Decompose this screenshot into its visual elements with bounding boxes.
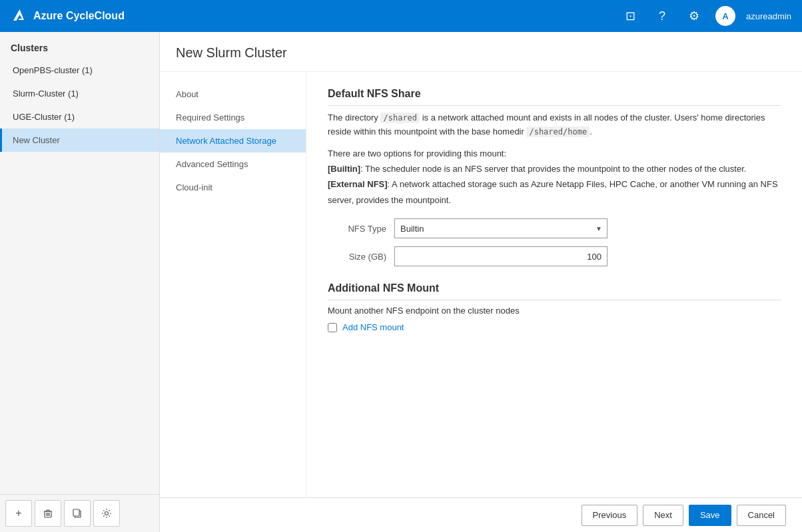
additional-nfs-section-title: Additional NFS Mount — [328, 282, 781, 300]
content-area: New Slurm Cluster About Required Setting… — [160, 32, 802, 532]
cancel-button[interactable]: Cancel — [737, 505, 786, 526]
header-icons: ⊡ ? ⚙ A azureadmin — [619, 5, 791, 27]
sidebar-title: Clusters — [0, 32, 159, 59]
sidebar-item-openpbs[interactable]: OpenPBS-cluster (1) — [0, 59, 159, 82]
content-header: New Slurm Cluster — [160, 32, 802, 72]
nfs-type-row: NFS Type Builtin External NFS ▼ — [328, 218, 781, 238]
add-nfs-mount-label[interactable]: Add NFS mount — [342, 322, 404, 332]
add-cluster-button[interactable]: + — [5, 500, 32, 527]
external-nfs-label: [External NFS] — [328, 179, 388, 189]
nfs-options-description: There are two options for providing this… — [328, 146, 781, 208]
cluster-settings-button[interactable] — [93, 500, 120, 527]
delete-cluster-button[interactable] — [35, 500, 61, 527]
nav-item-network-attached-storage[interactable]: Network Attached Storage — [160, 129, 306, 152]
nfs-type-control: Builtin External NFS ▼ — [394, 218, 634, 238]
help-icon[interactable]: ? — [651, 5, 673, 27]
left-nav: About Required Settings Network Attached… — [160, 72, 306, 497]
sidebar-item-uge[interactable]: UGE-Cluster (1) — [0, 105, 159, 129]
save-button[interactable]: Save — [689, 505, 731, 526]
sidebar: Clusters OpenPBS-cluster (1) Slurm-Clust… — [0, 32, 160, 532]
sidebar-bottom-buttons: + — [0, 494, 159, 532]
add-nfs-mount-row: Add NFS mount — [328, 322, 781, 332]
app-header: Azure CycleCloud ⊡ ? ⚙ A azureadmin — [0, 0, 802, 32]
app-name: Azure CycleCloud — [33, 10, 125, 22]
default-nfs-section-title: Default NFS Share — [328, 88, 781, 106]
main-container: Clusters OpenPBS-cluster (1) Slurm-Clust… — [0, 32, 802, 532]
nfs-type-select-wrapper: Builtin External NFS ▼ — [394, 218, 607, 238]
shared-code: /shared — [380, 113, 420, 123]
svg-rect-2 — [73, 509, 79, 516]
right-content: Default NFS Share The directory /shared … — [306, 72, 802, 497]
page-title: New Slurm Cluster — [176, 45, 786, 61]
nav-item-cloud-init[interactable]: Cloud-init — [160, 176, 306, 199]
gear-icon[interactable]: ⚙ — [683, 5, 705, 27]
app-logo: Azure CycleCloud — [11, 8, 125, 24]
next-button[interactable]: Next — [643, 505, 683, 526]
settings-icon — [101, 508, 112, 519]
add-nfs-mount-checkbox[interactable] — [328, 323, 337, 332]
nav-item-about[interactable]: About — [160, 83, 306, 106]
previous-button[interactable]: Previous — [582, 505, 638, 526]
azure-logo-icon — [11, 8, 27, 24]
content-body: About Required Settings Network Attached… — [160, 72, 802, 497]
copy-icon — [72, 508, 83, 519]
size-control — [394, 246, 634, 266]
builtin-label: [Builtin] — [328, 164, 360, 174]
size-row: Size (GB) — [328, 246, 781, 266]
mount-description: Mount another NFS endpoint on the cluste… — [328, 306, 781, 316]
footer: Previous Next Save Cancel — [160, 497, 802, 532]
size-label: Size (GB) — [328, 252, 394, 262]
nav-item-required-settings[interactable]: Required Settings — [160, 106, 306, 129]
sidebar-item-new-cluster[interactable]: New Cluster — [0, 129, 159, 152]
nav-item-advanced-settings[interactable]: Advanced Settings — [160, 152, 306, 176]
size-input[interactable] — [394, 246, 607, 266]
avatar[interactable]: A — [715, 6, 735, 26]
nfs-type-label: NFS Type — [328, 224, 394, 234]
nfs-description-1: The directory /shared is a network attac… — [328, 111, 781, 139]
username: azureadmin — [746, 11, 791, 21]
copy-cluster-button[interactable] — [64, 500, 91, 527]
shared-home-code: /shared/home — [526, 127, 590, 137]
sidebar-item-slurm[interactable]: Slurm-Cluster (1) — [0, 82, 159, 105]
nfs-type-select[interactable]: Builtin External NFS — [394, 218, 607, 238]
trash-icon — [43, 508, 53, 519]
monitor-icon[interactable]: ⊡ — [619, 5, 641, 27]
svg-point-3 — [105, 512, 109, 515]
